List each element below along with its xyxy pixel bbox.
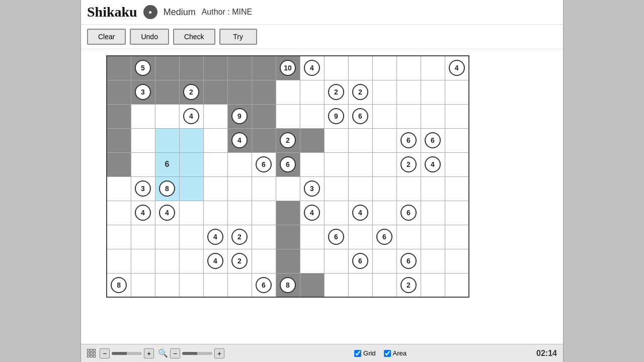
- cell-r9c0[interactable]: 8: [107, 273, 131, 297]
- cell-r7c0[interactable]: [107, 225, 131, 249]
- cell-r9c12[interactable]: 2: [396, 273, 421, 297]
- cell-r6c11[interactable]: [372, 201, 396, 225]
- cell-r0c0[interactable]: [107, 56, 131, 80]
- cell-r1c2[interactable]: [155, 80, 179, 104]
- cell-r7c4[interactable]: 4: [203, 225, 227, 249]
- cell-r2c10[interactable]: 6: [348, 104, 372, 128]
- cell-r9c3[interactable]: [179, 273, 203, 297]
- cell-r2c12[interactable]: [396, 104, 421, 128]
- cell-r1c0[interactable]: [107, 80, 131, 104]
- cell-r5c7[interactable]: [276, 176, 300, 201]
- cell-r1c13[interactable]: [421, 80, 445, 104]
- cell-r8c14[interactable]: [445, 249, 469, 273]
- cell-r9c5[interactable]: [227, 273, 252, 297]
- cell-r1c1[interactable]: 3: [131, 80, 155, 104]
- cell-r1c5[interactable]: [227, 80, 252, 104]
- cell-r4c12[interactable]: 2: [396, 152, 421, 176]
- cell-r0c10[interactable]: [348, 56, 372, 80]
- cell-r9c11[interactable]: [372, 273, 396, 297]
- cell-r6c1[interactable]: 4: [131, 201, 155, 225]
- cell-r2c2[interactable]: [155, 104, 179, 128]
- cell-r9c4[interactable]: [203, 273, 227, 297]
- cell-r1c9[interactable]: 2: [324, 80, 348, 104]
- cell-r8c13[interactable]: [421, 249, 445, 273]
- cell-r0c5[interactable]: [227, 56, 252, 80]
- cell-r4c1[interactable]: [131, 152, 155, 176]
- cell-r3c0[interactable]: [107, 128, 131, 152]
- cell-r6c14[interactable]: [445, 201, 469, 225]
- cell-r3c13[interactable]: 6: [421, 128, 445, 152]
- cell-r4c7[interactable]: 6: [276, 152, 300, 176]
- cell-r4c11[interactable]: [372, 152, 396, 176]
- area-checkbox[interactable]: [384, 350, 391, 357]
- cell-r2c6[interactable]: [252, 104, 276, 128]
- cell-r5c6[interactable]: [252, 176, 276, 201]
- cell-r6c2[interactable]: 4: [155, 201, 179, 225]
- grid-view-icon[interactable]: [87, 349, 96, 357]
- cell-r1c6[interactable]: [252, 80, 276, 104]
- magnifier-in-button[interactable]: +: [214, 348, 224, 358]
- cell-r0c14[interactable]: 4: [445, 56, 469, 80]
- cell-r2c7[interactable]: [276, 104, 300, 128]
- cell-r7c5[interactable]: 2: [227, 225, 252, 249]
- cell-r2c14[interactable]: [445, 104, 469, 128]
- try-button[interactable]: Try: [219, 29, 257, 45]
- cell-r6c0[interactable]: [107, 201, 131, 225]
- cell-r2c0[interactable]: [107, 104, 131, 128]
- cell-r9c10[interactable]: [348, 273, 372, 297]
- check-button[interactable]: Check: [173, 29, 215, 45]
- cell-r0c2[interactable]: [155, 56, 179, 80]
- cell-r4c8[interactable]: [300, 152, 324, 176]
- cell-r6c9[interactable]: [324, 201, 348, 225]
- zoom-out-button[interactable]: −: [100, 348, 110, 358]
- cell-r7c6[interactable]: [252, 225, 276, 249]
- zoom-in-button[interactable]: +: [144, 348, 154, 358]
- cell-r1c10[interactable]: 2: [348, 80, 372, 104]
- magnifier-out-button[interactable]: −: [170, 348, 180, 358]
- cell-r0c6[interactable]: [252, 56, 276, 80]
- cell-r7c8[interactable]: [300, 225, 324, 249]
- cell-r3c2[interactable]: [155, 128, 179, 152]
- cell-r5c13[interactable]: [421, 176, 445, 201]
- cell-r6c7[interactable]: [276, 201, 300, 225]
- cell-r8c0[interactable]: [107, 249, 131, 273]
- cell-r8c3[interactable]: [179, 249, 203, 273]
- cell-r8c11[interactable]: [372, 249, 396, 273]
- area-checkbox-label[interactable]: Area: [384, 349, 407, 357]
- cell-r0c12[interactable]: [396, 56, 421, 80]
- cell-r9c8[interactable]: [300, 273, 324, 297]
- cell-r9c6[interactable]: 6: [252, 273, 276, 297]
- cell-r6c10[interactable]: 4: [348, 201, 372, 225]
- cell-r1c4[interactable]: [203, 80, 227, 104]
- cell-r5c2[interactable]: 8: [155, 176, 179, 201]
- cell-r3c11[interactable]: [372, 128, 396, 152]
- cell-r6c6[interactable]: [252, 201, 276, 225]
- cell-r3c3[interactable]: [179, 128, 203, 152]
- cell-r9c14[interactable]: [445, 273, 469, 297]
- cell-r3c9[interactable]: [324, 128, 348, 152]
- cell-r5c5[interactable]: [227, 176, 252, 201]
- cell-r8c10[interactable]: 6: [348, 249, 372, 273]
- cell-r4c0[interactable]: [107, 152, 131, 176]
- cell-r1c8[interactable]: [300, 80, 324, 104]
- cell-r6c4[interactable]: [203, 201, 227, 225]
- cell-r4c2[interactable]: 6: [155, 152, 179, 176]
- cell-r2c1[interactable]: [131, 104, 155, 128]
- cell-r4c6[interactable]: 6: [252, 152, 276, 176]
- cell-r0c13[interactable]: [421, 56, 445, 80]
- cell-r0c8[interactable]: 4: [300, 56, 324, 80]
- cell-r3c8[interactable]: [300, 128, 324, 152]
- cell-r3c10[interactable]: [348, 128, 372, 152]
- cell-r5c11[interactable]: [372, 176, 396, 201]
- cell-r3c12[interactable]: 6: [396, 128, 421, 152]
- cell-r4c9[interactable]: [324, 152, 348, 176]
- cell-r3c14[interactable]: [445, 128, 469, 152]
- cell-r7c9[interactable]: 6: [324, 225, 348, 249]
- cell-r4c5[interactable]: [227, 152, 252, 176]
- cell-r1c11[interactable]: [372, 80, 396, 104]
- cell-r8c1[interactable]: [131, 249, 155, 273]
- cell-r8c5[interactable]: 2: [227, 249, 252, 273]
- cell-r5c1[interactable]: 3: [131, 176, 155, 201]
- zoom-slider[interactable]: [112, 352, 142, 355]
- cell-r5c12[interactable]: [396, 176, 421, 201]
